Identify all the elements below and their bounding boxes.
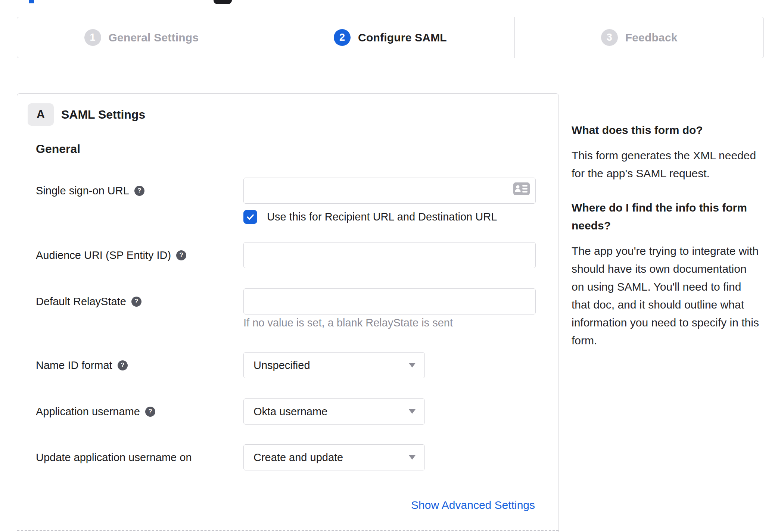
show-advanced-settings-link[interactable]: Show Advanced Settings	[411, 499, 535, 511]
recipient-url-checkbox-label: Use this for Recipient URL and Destinati…	[267, 211, 497, 223]
app-username-help-icon[interactable]: ?	[145, 407, 155, 417]
section-dashed-divider	[17, 530, 558, 531]
help-para-where: The app you're trying to integrate with …	[572, 242, 760, 350]
update-app-username-select[interactable]: Create and update	[243, 444, 425, 470]
help-sidebar: What does this form do? This form genera…	[572, 121, 760, 350]
chevron-down-icon	[409, 363, 416, 367]
relay-state-label-text: Default RelayState	[36, 295, 126, 308]
cutoff-app-logo-fragment	[214, 0, 232, 4]
update-app-username-label: Update application username on	[36, 444, 192, 470]
step-configure-saml[interactable]: 2 Configure SAML	[266, 17, 515, 58]
step-1-number-badge: 1	[84, 29, 101, 46]
step-3-number-badge: 3	[601, 29, 618, 46]
step-general-settings[interactable]: 1 General Settings	[17, 17, 266, 58]
audience-uri-help-icon[interactable]: ?	[176, 250, 186, 260]
relay-state-label: Default RelayState ?	[36, 288, 141, 314]
app-username-select[interactable]: Okta username	[243, 398, 425, 425]
step-2-label: Configure SAML	[358, 31, 447, 44]
step-2-number-badge: 2	[334, 29, 351, 46]
app-username-value: Okta username	[253, 406, 327, 418]
audience-uri-label-text: Audience URI (SP Entity ID)	[36, 249, 171, 262]
cutoff-blue-fragment	[29, 0, 34, 3]
name-id-format-help-icon[interactable]: ?	[118, 360, 128, 370]
update-app-username-value: Create and update	[253, 451, 343, 464]
sso-url-label-text: Single sign-on URL	[36, 185, 129, 197]
help-heading-what: What does this form do?	[572, 121, 760, 139]
app-username-label-text: Application username	[36, 406, 140, 418]
step-3-label: Feedback	[625, 31, 678, 44]
section-a-badge: A	[28, 103, 54, 126]
step-1-label: General Settings	[109, 31, 199, 44]
name-id-format-label: Name ID format ?	[36, 352, 128, 378]
saml-setup-wizard-screen: 1 General Settings 2 Configure SAML 3 Fe…	[0, 0, 781, 532]
checkmark-icon	[246, 213, 255, 221]
sso-url-label: Single sign-on URL ?	[36, 178, 144, 204]
recipient-url-checkbox-row: Use this for Recipient URL and Destinati…	[243, 209, 497, 224]
sso-url-input[interactable]	[243, 178, 536, 204]
saml-settings-panel: A SAML Settings General Single sign-on U…	[17, 93, 559, 532]
recipient-url-checkbox[interactable]	[243, 210, 257, 224]
audience-uri-label: Audience URI (SP Entity ID) ?	[36, 242, 186, 268]
step-feedback[interactable]: 3 Feedback	[514, 17, 763, 58]
general-group-heading: General	[36, 142, 80, 156]
relay-state-help-icon[interactable]: ?	[131, 297, 141, 307]
relay-state-input[interactable]	[243, 288, 536, 314]
app-username-label: Application username ?	[36, 398, 155, 425]
help-heading-where: Where do I find the info this form needs…	[572, 199, 760, 235]
audience-uri-input[interactable]	[243, 242, 536, 268]
sso-url-input-wrap	[243, 178, 536, 204]
name-id-format-select[interactable]: Unspecified	[243, 352, 425, 378]
relay-state-hint: If no value is set, a blank RelayState i…	[243, 317, 453, 329]
section-title: SAML Settings	[61, 103, 145, 126]
update-app-username-label-text: Update application username on	[36, 451, 192, 464]
sso-url-help-icon[interactable]: ?	[134, 186, 144, 196]
name-id-format-value: Unspecified	[253, 359, 310, 372]
help-para-what: This form generates the XML needed for t…	[572, 147, 760, 182]
chevron-down-icon	[409, 409, 416, 414]
name-id-format-label-text: Name ID format	[36, 359, 112, 372]
chevron-down-icon	[409, 455, 416, 460]
wizard-stepper: 1 General Settings 2 Configure SAML 3 Fe…	[17, 17, 764, 58]
